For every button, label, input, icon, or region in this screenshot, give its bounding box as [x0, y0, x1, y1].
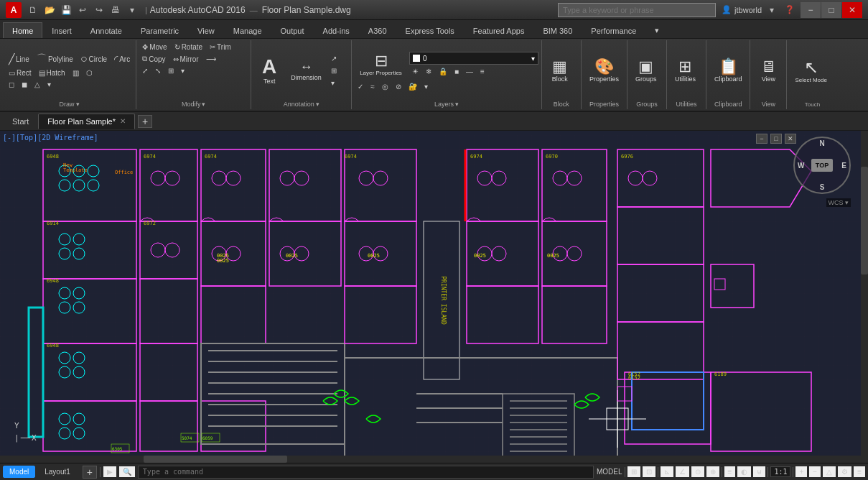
- tab-insert[interactable]: Insert: [42, 22, 81, 38]
- tab-view[interactable]: View: [188, 22, 224, 38]
- layout1-tab[interactable]: Layout1: [38, 466, 77, 478]
- layer-off-icon[interactable]: ☀: [409, 66, 421, 77]
- layer-lineweight-icon[interactable]: ≡: [477, 66, 487, 77]
- revision-tool[interactable]: △: [32, 79, 43, 90]
- move-tool[interactable]: ✥ Move: [139, 42, 169, 52]
- tab-manage[interactable]: Manage: [224, 22, 271, 38]
- tab-output[interactable]: Output: [271, 22, 314, 38]
- qa-open[interactable]: 📂: [42, 4, 57, 17]
- layer-freeze-tool[interactable]: ⊘: [393, 81, 404, 92]
- qa-save[interactable]: 💾: [59, 4, 73, 17]
- command-search-icon[interactable]: 🔍: [119, 466, 135, 477]
- view-top-label[interactable]: TOP: [811, 159, 833, 172]
- boundary-tool[interactable]: ⬡: [83, 68, 95, 78]
- text-tool[interactable]: A Text: [254, 53, 284, 88]
- annot-more[interactable]: ▾: [328, 78, 340, 88]
- circle-tool[interactable]: ○ Circle: [78, 51, 110, 67]
- workspace-settings[interactable]: ⚙: [838, 466, 851, 477]
- layer-isolate-tool[interactable]: ◎: [379, 81, 391, 92]
- close-button[interactable]: ✕: [842, 2, 862, 18]
- layer-freeze-icon[interactable]: ❄: [423, 66, 434, 77]
- navigation-cube[interactable]: N S E W TOP WCS ▾: [793, 137, 851, 194]
- view-tool[interactable]: 🖥 View: [753, 55, 783, 86]
- layer-dropdown[interactable]: 0 ▾: [409, 52, 538, 65]
- zoom-in-button[interactable]: +: [795, 466, 807, 477]
- tab-close-icon[interactable]: ✕: [120, 117, 126, 125]
- layer-properties-tool[interactable]: ⊟ Layer Properties: [355, 50, 407, 80]
- command-input[interactable]: [138, 466, 594, 479]
- snap-toggle[interactable]: ⊡: [643, 466, 655, 477]
- layer-more2[interactable]: ▾: [421, 81, 431, 92]
- select-mode-tool[interactable]: ↖ Select Mode: [790, 55, 831, 87]
- wipeout-tool[interactable]: ◼: [19, 79, 30, 90]
- array-tool[interactable]: ⊞: [165, 65, 177, 76]
- user-menu-btn[interactable]: ▾: [765, 4, 779, 17]
- tab-a360[interactable]: A360: [359, 22, 396, 38]
- restore-button[interactable]: □: [821, 2, 841, 18]
- arc-tool[interactable]: ◜ Arc: [111, 52, 133, 66]
- tab-start[interactable]: Start: [3, 114, 38, 129]
- new-tab-button[interactable]: +: [138, 115, 152, 128]
- customize-status[interactable]: ≡: [854, 466, 865, 477]
- transparency-toggle[interactable]: ◐: [737, 466, 751, 477]
- draw-more[interactable]: ▾: [45, 79, 54, 90]
- utilities-tool[interactable]: ⊞ Utilities: [670, 55, 701, 86]
- trim-tool[interactable]: ✂ Trim: [207, 42, 234, 52]
- new-layout-button[interactable]: +: [83, 466, 97, 479]
- groups-tool[interactable]: ▣ Groups: [630, 55, 662, 86]
- dimension-tool[interactable]: ↔ Dimension: [286, 57, 327, 85]
- selection-cycling[interactable]: ⊌: [753, 466, 765, 477]
- tab-floor-plan[interactable]: Floor Plan Sample* ✕: [38, 114, 135, 129]
- tab-express[interactable]: Express Tools: [396, 22, 464, 38]
- model-tab[interactable]: Model: [3, 466, 35, 478]
- search-input[interactable]: [558, 3, 716, 17]
- annotation-monitor[interactable]: △: [823, 466, 836, 477]
- zoom-out-button[interactable]: −: [809, 466, 821, 477]
- layer-lock2-tool[interactable]: 🔐: [406, 81, 420, 92]
- layer-linetype-icon[interactable]: —: [463, 66, 476, 77]
- qa-redo[interactable]: ↪: [92, 4, 106, 17]
- polar-toggle[interactable]: ∠: [676, 466, 689, 477]
- grid-toggle[interactable]: ⊞: [627, 466, 640, 477]
- tab-home[interactable]: Home: [3, 22, 42, 38]
- tab-addins[interactable]: Add-ins: [314, 22, 359, 38]
- layer-lock-icon[interactable]: 🔒: [436, 66, 450, 77]
- ortho-toggle[interactable]: ⊾: [661, 466, 673, 477]
- layers-dropdown-icon[interactable]: ▾: [455, 101, 459, 108]
- gradient-tool[interactable]: ▥: [70, 68, 82, 78]
- horizontal-scrollbar[interactable]: [0, 456, 868, 463]
- properties-tool[interactable]: 🎨 Properties: [584, 55, 624, 86]
- block-tool[interactable]: ▦ Block: [545, 55, 575, 86]
- extend-tool[interactable]: ⟶: [203, 54, 219, 65]
- hatch-tool[interactable]: ▤ Hatch: [36, 68, 68, 78]
- minimize-viewport-button[interactable]: −: [756, 134, 767, 144]
- copy-tool[interactable]: ⧉ Copy: [139, 53, 168, 65]
- layer-color-icon[interactable]: ■: [452, 66, 462, 77]
- tab-performance[interactable]: Performance: [582, 22, 645, 38]
- rect-tool[interactable]: ▭ Rect: [6, 68, 34, 78]
- command-prompt-icon[interactable]: ▶: [103, 466, 116, 477]
- modify-more[interactable]: ▾: [178, 65, 187, 76]
- clipboard-tool[interactable]: 📋 Clipboard: [709, 55, 747, 86]
- region-tool[interactable]: ◻: [6, 79, 17, 90]
- polyline-tool[interactable]: ⌒ Polyline: [34, 51, 76, 67]
- minimize-button[interactable]: −: [801, 2, 821, 18]
- osnap-toggle[interactable]: ⊙: [691, 466, 704, 477]
- vertical-scrollbar[interactable]: [861, 131, 868, 463]
- table-tool[interactable]: ⊞: [328, 65, 340, 76]
- tab-parametric[interactable]: Parametric: [131, 22, 188, 38]
- restore-viewport-button[interactable]: □: [770, 134, 782, 144]
- tab-featured-apps[interactable]: Featured Apps: [464, 22, 534, 38]
- layer-match-tool[interactable]: ≈: [368, 81, 378, 92]
- draw-dropdown-icon[interactable]: ▾: [76, 101, 80, 108]
- stretch-tool[interactable]: ⤢: [139, 65, 151, 76]
- qa-undo[interactable]: ↩: [75, 4, 90, 17]
- rotate-tool[interactable]: ↻ Rotate: [172, 42, 205, 52]
- tab-overflow[interactable]: ▾: [645, 22, 668, 38]
- lineweight-toggle[interactable]: ≡: [724, 466, 736, 477]
- scale-tool[interactable]: ⤡: [152, 65, 164, 76]
- tab-bim360[interactable]: BIM 360: [533, 22, 582, 38]
- otrack-toggle[interactable]: ⊕: [706, 466, 719, 477]
- qa-plot[interactable]: 🖶: [108, 4, 123, 17]
- mirror-tool[interactable]: ⇔ Mirror: [170, 54, 202, 65]
